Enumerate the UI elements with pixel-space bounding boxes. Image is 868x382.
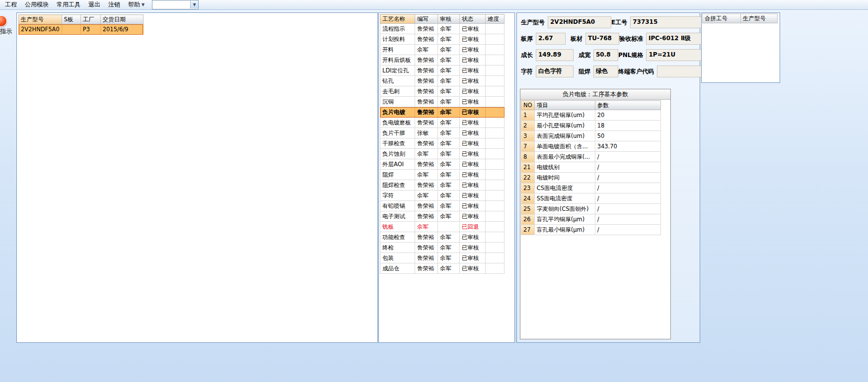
menu-item-exit[interactable]: 退出 — [84, 0, 104, 9]
merge-col-model[interactable]: 生产型号 — [741, 14, 778, 23]
param-row[interactable]: 25字麦朝向(CS面朝外)/ — [521, 204, 661, 214]
process-table: 工艺名称 编写 审核 状态 难度 流程指示鲁荣裕余军已审核计划投料鲁荣裕余军已审… — [380, 14, 505, 274]
process-row[interactable]: 负片蚀刻余军余军已审核 — [380, 149, 505, 159]
field-standard-value[interactable]: IPC-6012 Ⅱ级 — [646, 33, 705, 45]
process-row-cell: 阻焊 — [380, 170, 415, 180]
process-col-difficulty[interactable]: 难度 — [486, 14, 505, 24]
order-row[interactable]: 2V2HNDF5A0P32015/6/9 — [19, 24, 144, 35]
process-row-cell: 余军 — [438, 107, 460, 118]
process-row-cell: 已审核 — [460, 24, 486, 34]
process-row[interactable]: 阻焊余军余军已审核 — [380, 170, 505, 180]
process-row[interactable]: 有铅喷锡鲁荣裕余军已审核 — [380, 201, 505, 211]
process-row-cell: LDI定位孔 — [380, 65, 415, 76]
param-row[interactable]: 23CS面电流密度/ — [521, 183, 661, 193]
process-row[interactable]: 负片电镀鲁荣裕余军已审核 — [380, 107, 505, 118]
process-row[interactable]: 包装鲁荣裕余军已审核 — [380, 253, 505, 263]
process-row-cell: 钻孔 — [380, 76, 415, 86]
process-row-cell: 开料 — [380, 45, 415, 55]
field-soldermask-value[interactable]: 绿色 — [593, 65, 618, 77]
process-row-cell: 余军 — [415, 191, 438, 201]
process-row-cell: 余军 — [438, 55, 460, 65]
process-row[interactable]: 计划投料鲁荣裕余军已审核 — [380, 34, 505, 45]
menu-item-help[interactable]: 帮助 — [124, 0, 144, 9]
process-row-cell: 余军 — [438, 65, 460, 76]
indicator-ball-icon[interactable] — [0, 15, 7, 27]
process-col-reviewer[interactable]: 审核 — [438, 14, 460, 24]
process-row-cell: 鲁荣裕 — [415, 65, 438, 76]
process-row-cell: 已审核 — [460, 243, 486, 253]
field-thickness-value[interactable]: 2.67 — [536, 33, 566, 45]
field-standard-label: 验收标准 — [619, 35, 643, 43]
process-row[interactable]: 开料后烘板鲁荣裕余军已审核 — [380, 55, 505, 65]
merge-col-job-no[interactable]: 合拼工号 — [703, 14, 741, 23]
process-row[interactable]: 开料余军余军已审核 — [380, 45, 505, 55]
process-row-cell: 鲁荣裕 — [415, 232, 438, 243]
field-silkscreen-value[interactable]: 白色字符 — [536, 65, 574, 77]
merge-table: 合拼工号 生产型号 — [702, 13, 778, 23]
param-row[interactable]: 1平均孔壁铜厚(um)20 — [521, 110, 661, 121]
process-row[interactable]: 电子测试鲁荣裕余军已审核 — [380, 211, 505, 222]
process-row-cell: 余军 — [438, 45, 460, 55]
menu-item-logout[interactable]: 注销 — [104, 0, 124, 9]
field-length-value[interactable]: 149.89 — [536, 49, 574, 61]
process-row-cell: 余军 — [438, 24, 460, 34]
field-width-value[interactable]: 50.8 — [593, 49, 618, 61]
process-row[interactable]: 负片干膜张敏余军已审核 — [380, 128, 505, 138]
field-material-value[interactable]: TU-768 — [585, 33, 619, 45]
orders-col-factory[interactable]: 工厂 — [80, 15, 100, 24]
param-row[interactable]: 24SS面电流密度/ — [521, 193, 661, 204]
process-col-name[interactable]: 工艺名称 — [380, 14, 415, 24]
process-row[interactable]: 负电镀磨板鲁荣裕余军已审核 — [380, 118, 505, 128]
process-row[interactable]: 终检鲁荣裕余军已审核 — [380, 243, 505, 253]
orders-col-delivery-date[interactable]: 交货日期 — [100, 15, 143, 24]
process-row[interactable]: 外层AOI鲁荣裕余军已审核 — [380, 159, 505, 170]
field-client-code-value[interactable] — [657, 65, 705, 77]
menu-item-tools[interactable]: 常用工具 — [53, 0, 84, 9]
params-col-item[interactable]: 项目 — [534, 101, 595, 110]
param-row[interactable]: 2最小孔壁铜厚(um)18 — [521, 121, 661, 131]
process-col-status[interactable]: 状态 — [460, 14, 486, 24]
orders-col-model[interactable]: 生产型号 — [19, 15, 62, 24]
process-row[interactable]: 字符余军余军已审核 — [380, 191, 505, 201]
param-row-cell: 表面最小完成铜厚(... — [534, 152, 595, 162]
param-row[interactable]: 27盲孔最小铜厚(μm)/ — [521, 225, 661, 235]
process-row[interactable]: 功能检查鲁荣裕余军已审核 — [380, 232, 505, 243]
orders-col-sboard[interactable]: S板 — [62, 15, 80, 24]
menu-item-common-modules[interactable]: 公用模块 — [21, 0, 53, 9]
process-row-cell: 成品仓 — [380, 263, 415, 274]
param-row-cell: 8 — [521, 152, 535, 162]
process-row[interactable]: 去毛刺鲁荣裕余军已审核 — [380, 86, 505, 97]
menu-combobox[interactable]: ▼ — [152, 0, 199, 9]
param-row-cell: 最小孔壁铜厚(um) — [534, 121, 595, 131]
param-row-cell: 表面完成铜厚(um) — [534, 131, 595, 141]
field-thickness: 板厚 2.67 — [521, 33, 566, 45]
process-row[interactable]: 铣板余军已回退 — [380, 222, 505, 232]
process-row-cell: 去毛刺 — [380, 86, 415, 97]
param-row[interactable]: 8表面最小完成铜厚(.../ — [521, 152, 661, 162]
param-row[interactable]: 21电镀线别/ — [521, 162, 661, 173]
process-row[interactable]: 钻孔鲁荣裕余军已审核 — [380, 76, 505, 86]
process-row[interactable]: 干膜检查鲁荣裕余军已审核 — [380, 138, 505, 149]
process-row[interactable]: 沉铜鲁荣裕余军已审核 — [380, 97, 505, 107]
process-row[interactable]: 阻焊检查鲁荣裕余军已审核 — [380, 180, 505, 191]
process-header-row: 工艺名称 编写 审核 状态 难度 — [380, 14, 505, 24]
process-row-cell: 外层AOI — [380, 159, 415, 170]
process-row-cell: 余军 — [415, 170, 438, 180]
params-col-value[interactable]: 参数 — [595, 101, 660, 110]
process-row-cell: 鲁荣裕 — [415, 159, 438, 170]
process-row-cell — [486, 97, 505, 107]
process-row[interactable]: 流程指示鲁荣裕余军已审核 — [380, 24, 505, 34]
params-col-no[interactable]: NO — [521, 101, 535, 110]
field-pnl-value[interactable]: 1P=21U — [646, 49, 705, 61]
process-row[interactable]: LDI定位孔鲁荣裕余军已审核 — [380, 65, 505, 76]
field-eno-value[interactable]: 737315 — [630, 16, 703, 28]
param-row[interactable]: 26盲孔平均铜厚(μm)/ — [521, 214, 661, 225]
field-model-value[interactable]: 2V2HNDF5A0 — [548, 16, 611, 28]
param-row[interactable]: 22电镀时间/ — [521, 173, 661, 183]
param-row[interactable]: 3表面完成铜厚(um)50 — [521, 131, 661, 141]
process-col-writer[interactable]: 编写 — [415, 14, 438, 24]
param-row[interactable]: 7单面电镀面积（含...343.70 — [521, 141, 661, 152]
process-row[interactable]: 成品仓鲁荣裕余军已审核 — [380, 263, 505, 274]
indicator-label[interactable]: 指示 — [0, 27, 12, 36]
menu-item-project[interactable]: 工程 — [1, 0, 21, 9]
